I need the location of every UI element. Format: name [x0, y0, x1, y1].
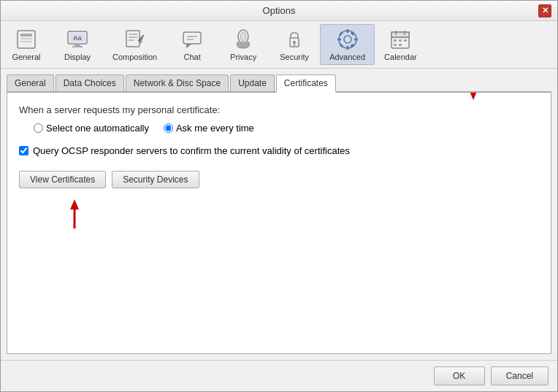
tab-general[interactable]: General: [7, 74, 54, 91]
toolbar-label-composition: Composition: [112, 53, 157, 61]
calendar-icon: [389, 28, 412, 51]
svg-rect-1: [20, 34, 32, 36]
svg-rect-3: [20, 41, 32, 42]
toolbar-item-general[interactable]: General: [1, 24, 52, 65]
svg-point-23: [344, 36, 351, 43]
toolbar-label-calendar: Calendar: [384, 53, 417, 61]
title-bar: Options ✕: [1, 1, 557, 21]
radio-ask[interactable]: [164, 123, 173, 133]
ocsp-checkbox[interactable]: [19, 146, 28, 155]
view-certificates-button[interactable]: View Certificates: [19, 171, 106, 188]
radio-group: Select one automatically Ask me every ti…: [19, 123, 539, 134]
svg-rect-7: [72, 46, 83, 47]
window-title: Options: [20, 5, 538, 16]
tabs-bar: General Data Choices Network & Disc Spac…: [7, 74, 551, 93]
advanced-icon: [336, 28, 359, 51]
tab-data-choices[interactable]: Data Choices: [56, 74, 124, 91]
footer: OK Cancel: [1, 360, 557, 391]
tab-update[interactable]: Update: [230, 74, 275, 91]
toolbar-label-display: Display: [64, 53, 91, 61]
toolbar-label-general: General: [12, 53, 40, 61]
svg-point-18: [240, 32, 246, 41]
svg-rect-40: [394, 44, 397, 46]
section-label: When a server requests my personal certi…: [19, 104, 539, 115]
toolbar-item-calendar[interactable]: Calendar: [375, 24, 427, 65]
svg-rect-41: [399, 44, 402, 46]
tab-certificates[interactable]: Certificates: [276, 74, 336, 93]
toolbar-item-display[interactable]: Aa Display: [52, 24, 103, 65]
close-button[interactable]: ✕: [538, 4, 551, 18]
options-window: Options ✕ General: [0, 0, 558, 392]
svg-rect-31: [350, 44, 354, 48]
toolbar-item-composition[interactable]: Composition: [103, 24, 167, 65]
tab-content-certificates: When a server requests my personal certi…: [7, 93, 551, 354]
security-devices-button[interactable]: Security Devices: [112, 171, 199, 188]
svg-rect-37: [394, 39, 397, 42]
svg-point-20: [293, 41, 296, 44]
svg-rect-9: [126, 31, 140, 47]
general-icon: [15, 28, 38, 51]
radio-auto-label: Select one automatically: [46, 123, 149, 134]
toolbar-label-security: Security: [280, 53, 309, 61]
cancel-button[interactable]: Cancel: [491, 366, 549, 385]
toolbar-item-security[interactable]: Security: [269, 24, 320, 65]
arrow-indicator-top: [467, 93, 479, 100]
radio-ask-option[interactable]: Ask me every time: [164, 123, 254, 134]
toolbar-label-advanced: Advanced: [329, 53, 365, 61]
toolbar-item-privacy[interactable]: Privacy: [218, 24, 269, 65]
svg-rect-26: [337, 39, 341, 41]
svg-rect-27: [354, 39, 358, 41]
svg-marker-43: [469, 93, 478, 100]
svg-marker-45: [70, 199, 79, 210]
privacy-icon: [232, 28, 255, 51]
chat-icon: [180, 28, 204, 51]
arrow-indicator-bottom: [69, 199, 80, 228]
composition-icon: [123, 28, 147, 51]
svg-rect-2: [20, 38, 32, 39]
svg-rect-33: [391, 32, 409, 37]
radio-ask-label: Ask me every time: [176, 123, 254, 134]
ocsp-label: Query OCSP responder servers to confirm …: [33, 145, 350, 156]
security-icon: [283, 28, 306, 51]
svg-rect-25: [346, 46, 348, 50]
svg-rect-39: [404, 39, 407, 42]
toolbar-item-chat[interactable]: Chat: [167, 24, 218, 65]
svg-rect-14: [183, 32, 201, 44]
radio-auto-option[interactable]: Select one automatically: [34, 123, 149, 134]
display-icon: Aa: [66, 28, 89, 51]
svg-rect-24: [346, 29, 348, 33]
svg-rect-29: [350, 31, 354, 36]
buttons-row: View Certificates Security Devices: [19, 171, 539, 188]
svg-rect-38: [399, 39, 402, 42]
radio-auto[interactable]: [34, 123, 43, 133]
svg-rect-6: [74, 44, 80, 46]
content-area: General Data Choices Network & Disc Spac…: [1, 69, 557, 360]
toolbar-item-advanced[interactable]: Advanced: [320, 24, 375, 65]
toolbar: General Aa Display: [1, 21, 557, 69]
tab-network[interactable]: Network & Disc Space: [126, 74, 229, 91]
svg-text:Aa: Aa: [73, 34, 82, 42]
checkbox-row: Query OCSP responder servers to confirm …: [19, 145, 539, 156]
toolbar-label-chat: Chat: [184, 53, 201, 61]
toolbar-label-privacy: Privacy: [230, 53, 256, 61]
ok-button[interactable]: OK: [434, 366, 485, 385]
